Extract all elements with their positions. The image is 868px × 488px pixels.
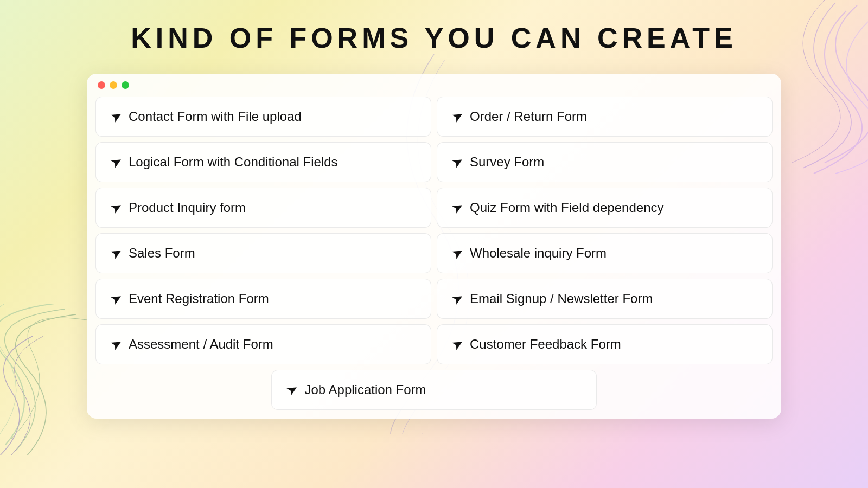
arrow-icon: ➤ (450, 108, 465, 125)
customer-feedback-form-item[interactable]: ➤ Customer Feedback Form (437, 324, 773, 364)
event-form-label: Event Registration Form (129, 291, 269, 306)
job-application-form-item[interactable]: ➤ Job Application Form (271, 370, 596, 410)
order-return-form-item[interactable]: ➤ Order / Return Form (437, 97, 773, 137)
arrow-icon: ➤ (108, 108, 124, 125)
wholesale-form-label: Wholesale inquiry Form (470, 246, 607, 261)
wholesale-form-item[interactable]: ➤ Wholesale inquiry Form (437, 233, 773, 273)
forms-grid: ➤ Contact Form with File upload ➤ Order … (87, 97, 781, 364)
dot-red (98, 81, 105, 89)
browser-window: ➤ Contact Form with File upload ➤ Order … (87, 74, 781, 419)
survey-form-item[interactable]: ➤ Survey Form (437, 142, 773, 182)
contact-form-label: Contact Form with File upload (129, 109, 302, 124)
assessment-form-label: Assessment / Audit Form (129, 337, 273, 352)
logical-form-label: Logical Form with Conditional Fields (129, 155, 338, 170)
event-form-item[interactable]: ➤ Event Registration Form (95, 279, 431, 319)
arrow-icon: ➤ (108, 199, 124, 216)
page-title: KIND OF FORMS YOU CAN CREATE (131, 22, 737, 54)
arrow-icon: ➤ (108, 153, 124, 171)
quiz-form-item[interactable]: ➤ Quiz Form with Field dependency (437, 188, 773, 228)
sales-form-item[interactable]: ➤ Sales Form (95, 233, 431, 273)
dot-green (122, 81, 129, 89)
arrow-icon: ➤ (450, 290, 465, 307)
assessment-form-item[interactable]: ➤ Assessment / Audit Form (95, 324, 431, 364)
arrow-icon: ➤ (450, 336, 465, 353)
arrow-icon: ➤ (450, 245, 465, 262)
job-application-form-label: Job Application Form (304, 382, 426, 397)
email-signup-form-label: Email Signup / Newsletter Form (470, 291, 653, 306)
arrow-icon: ➤ (108, 336, 124, 353)
contact-form-item[interactable]: ➤ Contact Form with File upload (95, 97, 431, 137)
arrow-icon: ➤ (450, 153, 465, 171)
main-content: KIND OF FORMS YOU CAN CREATE ➤ Contact F… (0, 0, 868, 488)
arrow-icon: ➤ (284, 381, 300, 399)
product-inquiry-form-item[interactable]: ➤ Product Inquiry form (95, 188, 431, 228)
arrow-icon: ➤ (450, 199, 465, 216)
customer-feedback-form-label: Customer Feedback Form (470, 337, 621, 352)
sales-form-label: Sales Form (129, 246, 195, 261)
email-signup-form-item[interactable]: ➤ Email Signup / Newsletter Form (437, 279, 773, 319)
arrow-icon: ➤ (108, 245, 124, 262)
order-return-form-label: Order / Return Form (470, 109, 587, 124)
quiz-form-label: Quiz Form with Field dependency (470, 200, 664, 215)
product-inquiry-form-label: Product Inquiry form (129, 200, 246, 215)
logical-form-item[interactable]: ➤ Logical Form with Conditional Fields (95, 142, 431, 182)
arrow-icon: ➤ (108, 290, 124, 307)
survey-form-label: Survey Form (470, 155, 544, 170)
browser-titlebar (87, 74, 781, 97)
dot-yellow (110, 81, 117, 89)
bottom-row: ➤ Job Application Form (87, 364, 781, 410)
